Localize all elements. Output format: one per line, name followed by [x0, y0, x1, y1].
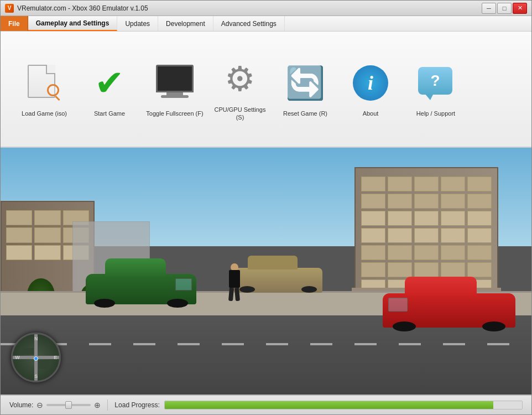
- reset-game-icon-wrap: 🔄: [283, 61, 327, 105]
- load-game-button[interactable]: Load Game (iso): [12, 55, 77, 123]
- volume-control[interactable]: Volume: ⊖ ⊕: [9, 401, 101, 409]
- window-controls: ─ □ ✕: [482, 3, 527, 14]
- about-icon-wrap: i: [348, 61, 393, 105]
- start-game-icon-wrap: ✔: [87, 61, 132, 105]
- title-bar-left: V VRemulator.com - Xbox 360 Emulator v.1…: [5, 4, 148, 13]
- load-game-icon-wrap: [22, 61, 66, 105]
- minimap-player-dot: [34, 356, 38, 361]
- toolbar: Load Game (iso) ✔ Start Game Toggle Full…: [1, 32, 531, 148]
- help-icon-wrap: ?: [414, 61, 458, 105]
- help-button[interactable]: ? Help / Support: [403, 55, 468, 123]
- load-game-label: Load Game (iso): [22, 110, 67, 117]
- menu-advanced[interactable]: Advanced Settings: [213, 16, 285, 31]
- progress-bar: [164, 401, 523, 409]
- start-game-button[interactable]: ✔ Start Game: [77, 55, 142, 123]
- about-icon: i: [353, 65, 388, 101]
- progress-bar-fill: [165, 401, 494, 409]
- checkmark-icon: ✔: [90, 64, 129, 102]
- close-button[interactable]: ✕: [513, 3, 527, 14]
- volume-max-icon[interactable]: ⊕: [94, 401, 101, 409]
- status-divider: [107, 400, 108, 411]
- reset-icon: 🔄: [285, 67, 325, 99]
- minimize-button[interactable]: ─: [482, 3, 496, 14]
- menu-gameplay[interactable]: Gameplay and Settings: [28, 16, 118, 31]
- reset-game-label: Reset Game (R): [283, 110, 327, 117]
- title-bar: V VRemulator.com - Xbox 360 Emulator v.1…: [1, 1, 531, 16]
- about-button[interactable]: i About: [338, 55, 403, 123]
- progress-container: Load Progress:: [114, 401, 523, 409]
- volume-label: Volume:: [9, 401, 33, 409]
- reset-game-button[interactable]: 🔄 Reset Game (R): [273, 55, 338, 123]
- progress-label: Load Progress:: [114, 401, 159, 409]
- fullscreen-label: Toggle Fullscreen (F): [146, 110, 203, 117]
- cpu-gpu-button[interactable]: ⚙ CPU/GPU Settings (S): [207, 51, 273, 127]
- app-icon: V: [5, 4, 14, 13]
- maximize-button[interactable]: □: [497, 3, 512, 14]
- volume-min-icon[interactable]: ⊖: [36, 401, 43, 409]
- menu-development[interactable]: Development: [158, 16, 213, 31]
- car-background: [234, 268, 322, 298]
- fullscreen-icon-wrap: [153, 61, 197, 105]
- menu-bar: File Gameplay and Settings Updates Devel…: [1, 16, 531, 32]
- menu-file[interactable]: File: [1, 16, 28, 31]
- fullscreen-button[interactable]: Toggle Fullscreen (F): [142, 55, 207, 123]
- car-red: [383, 293, 515, 340]
- car-green: [86, 274, 196, 315]
- menu-updates[interactable]: Updates: [117, 16, 158, 31]
- window-title: VRemulator.com - Xbox 360 Emulator v.1.0…: [17, 4, 148, 12]
- game-viewport: N S E W: [1, 148, 531, 395]
- window-frame: V VRemulator.com - Xbox 360 Emulator v.1…: [0, 0, 532, 415]
- about-label: About: [363, 110, 379, 117]
- minimap-inner: N S E W: [13, 334, 59, 381]
- monitor-icon: [156, 65, 194, 101]
- game-scene: N S E W: [1, 148, 531, 395]
- sky-layer: [1, 148, 531, 246]
- help-label: Help / Support: [416, 110, 455, 117]
- gear-icon: ⚙: [225, 62, 255, 96]
- load-game-icon: [25, 65, 64, 101]
- volume-slider[interactable]: [46, 404, 91, 406]
- character: [229, 263, 240, 301]
- cpu-gpu-icon-wrap: ⚙: [218, 57, 262, 101]
- volume-slider-thumb: [65, 401, 72, 409]
- minimap: N S E W: [11, 333, 61, 382]
- start-game-label: Start Game: [94, 110, 125, 117]
- help-icon: ?: [418, 67, 453, 99]
- cpu-gpu-label: CPU/GPU Settings (S): [210, 106, 270, 122]
- status-bar: Volume: ⊖ ⊕ Load Progress:: [1, 395, 531, 414]
